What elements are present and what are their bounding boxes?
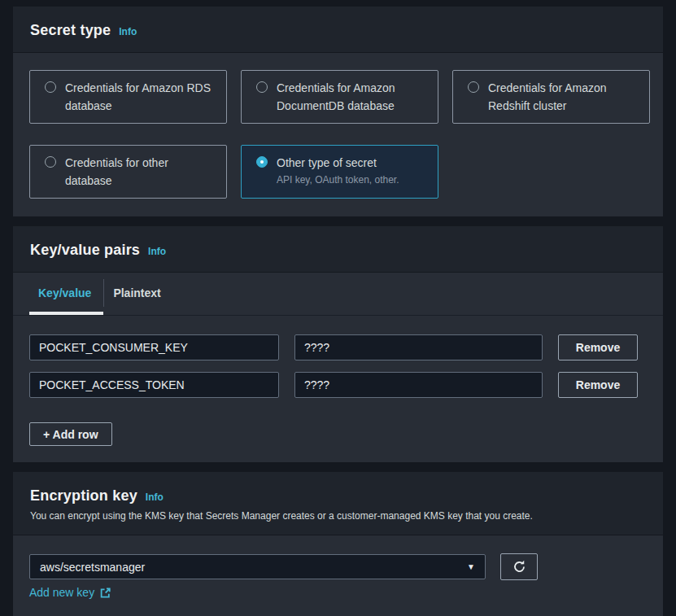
key-value-row: Remove — [29, 334, 647, 360]
radio-card-rds[interactable]: Credentials for Amazon RDS database — [29, 70, 227, 124]
add-new-key-label: Add new key — [29, 586, 94, 599]
key-value-pairs-title: Key/value pairs — [30, 242, 140, 259]
radio-card-redshift[interactable]: Credentials for Amazon Redshift cluster — [452, 70, 650, 124]
add-row-button[interactable]: + Add row — [29, 422, 112, 446]
kms-key-select[interactable]: aws/secretsmanager ▼ — [29, 554, 486, 579]
tab-key-value[interactable]: Key/value — [29, 273, 103, 315]
radio-card-label: Credentials for Amazon Redshift cluster — [488, 79, 638, 115]
key-value-rows: Remove Remove + Add row — [13, 316, 663, 462]
key-value-pairs-panel: Key/value pairs Info Key/value Plaintext… — [13, 226, 663, 462]
radio-icon — [256, 81, 268, 93]
radio-card-label: Other type of secret — [277, 156, 377, 169]
secret-type-options: Credentials for Amazon RDS database Cred… — [13, 53, 663, 216]
key-value-pairs-info-link[interactable]: Info — [148, 246, 166, 257]
radio-card-label: Credentials for Amazon RDS database — [65, 79, 215, 115]
encryption-key-info-link[interactable]: Info — [146, 491, 164, 503]
refresh-icon — [512, 560, 526, 574]
radio-checked-icon — [256, 156, 268, 168]
key-input[interactable] — [29, 334, 279, 360]
remove-row-button[interactable]: Remove — [558, 372, 638, 398]
encryption-key-description: You can encrypt using the KMS key that S… — [30, 510, 646, 522]
key-input[interactable] — [29, 372, 279, 398]
secret-type-panel: Secret type Info Credentials for Amazon … — [13, 7, 663, 216]
refresh-keys-button[interactable] — [500, 553, 538, 580]
add-new-key-link[interactable]: Add new key — [29, 586, 111, 599]
encryption-key-header: Encryption key Info You can encrypt usin… — [13, 472, 663, 535]
tab-plaintext[interactable]: Plaintext — [104, 273, 172, 315]
caret-down-icon: ▼ — [467, 562, 475, 571]
radio-card-other-database[interactable]: Credentials for other database — [29, 145, 227, 199]
encryption-key-body: aws/secretsmanager ▼ Add new key — [13, 535, 663, 616]
key-value-tabs: Key/value Plaintext — [13, 273, 663, 316]
value-input[interactable] — [294, 334, 543, 360]
encryption-key-title: Encryption key — [30, 487, 137, 505]
external-link-icon — [99, 587, 111, 599]
value-input[interactable] — [294, 372, 543, 398]
radio-card-label: Credentials for other database — [65, 154, 215, 190]
radio-icon — [468, 81, 479, 93]
radio-card-label: Credentials for Amazon DocumentDB databa… — [277, 79, 426, 115]
radio-icon — [45, 156, 56, 168]
radio-card-documentdb[interactable]: Credentials for Amazon DocumentDB databa… — [241, 70, 438, 124]
secret-type-header: Secret type Info — [13, 7, 663, 53]
key-value-row: Remove — [29, 372, 647, 398]
radio-icon — [45, 81, 56, 93]
radio-card-sublabel: API key, OAuth token, other. — [277, 174, 399, 186]
secret-type-info-link[interactable]: Info — [119, 26, 137, 37]
radio-card-other-secret[interactable]: Other type of secret API key, OAuth toke… — [241, 145, 438, 199]
key-value-pairs-header: Key/value pairs Info — [13, 226, 663, 273]
kms-key-selected-value: aws/secretsmanager — [40, 561, 145, 574]
secret-type-title: Secret type — [30, 22, 111, 39]
encryption-key-panel: Encryption key Info You can encrypt usin… — [13, 472, 663, 616]
remove-row-button[interactable]: Remove — [558, 334, 638, 360]
